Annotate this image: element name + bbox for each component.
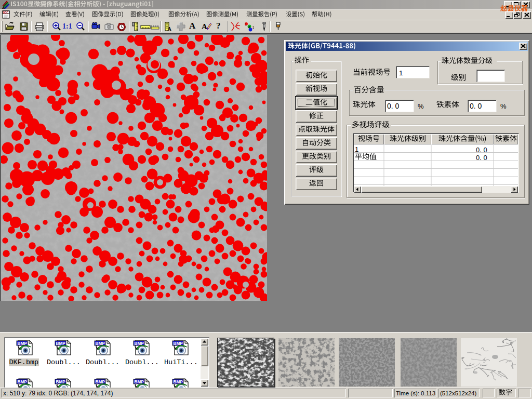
svg-text:3: 3 — [252, 25, 254, 29]
svg-text:DOC: DOC — [3, 11, 9, 14]
svg-text:A: A — [167, 25, 171, 32]
svg-text:1: 1 — [245, 22, 247, 26]
svg-text:a: a — [248, 25, 250, 29]
svg-text:A: A — [202, 22, 207, 31]
